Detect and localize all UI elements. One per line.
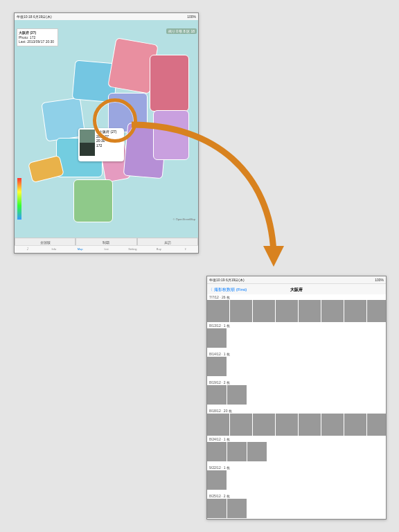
tab-buy[interactable]: Buy (145, 246, 172, 253)
thumbnail-row (207, 414, 386, 436)
photo-thumbnail[interactable] (207, 357, 227, 376)
thumbnail-row (207, 357, 386, 380)
photo-thumbnail[interactable] (207, 414, 229, 436)
svg-marker-0 (263, 246, 284, 267)
photo-list-screen: 午後10:19 6月19日(木) 100% 〈 撮影枚数順 (First) 大阪… (206, 276, 387, 520)
thumbnail-row (207, 470, 386, 493)
date-section: 8/25/12 · 2 枚 (207, 493, 386, 519)
status-bar: 午後10:19 6月19日(木) 100% (207, 276, 386, 284)
date-section: 8/18/12 · 20 枚 (207, 408, 386, 436)
photo-thumbnail[interactable] (227, 442, 247, 461)
photo-thumbnail[interactable] (207, 499, 227, 518)
date-section: 8/14/12 · 1 枚 (207, 351, 386, 380)
thumbnail-row (207, 442, 386, 465)
photo-thumbnail[interactable] (230, 414, 252, 436)
status-time: 午後10:18 6月19日(木) (17, 15, 52, 19)
photo-thumbnail[interactable] (207, 300, 229, 322)
photo-thumbnail[interactable] (276, 414, 298, 436)
photo-thumbnail[interactable] (253, 414, 275, 436)
export-icon[interactable]: ⇪ (172, 246, 198, 253)
date-section: 8/19/12 · 2 枚 (207, 380, 386, 408)
popup-thumbnail (80, 130, 95, 156)
photo-thumbnail[interactable] (207, 385, 227, 405)
photo-thumbnail[interactable] (367, 414, 386, 436)
highlight-circle (93, 98, 137, 143)
prefecture-region[interactable] (73, 179, 113, 222)
section-header: 9/22/12 · 1 枚 (207, 465, 386, 470)
tab-bar: ⤴ Info Map List Setting Buy ⇪ (15, 245, 198, 253)
thumbnail-row (207, 385, 386, 408)
section-header: 8/19/12 · 2 枚 (207, 380, 386, 385)
section-header: 8/13/12 · 1 枚 (207, 323, 386, 328)
photo-thumbnail[interactable] (253, 300, 275, 322)
section-header: 8/25/12 · 2 枚 (207, 493, 386, 499)
photo-thumbnail[interactable] (207, 470, 227, 490)
date-section: 7/7/12 · 26 枚 (207, 294, 386, 323)
region-info-card[interactable]: 大阪府 (27) Photo: 172 Last: 2013/09/17 20:… (17, 28, 58, 46)
section-header: 7/7/12 · 26 枚 (207, 294, 386, 300)
photo-thumbnail[interactable] (207, 442, 227, 461)
tab-map[interactable]: Map (67, 246, 94, 253)
tab-info[interactable]: Info (41, 246, 67, 253)
page-title: 大阪府 (290, 287, 303, 293)
color-scale-legend (17, 178, 21, 220)
remaining-badge: 残り 0 県 8 区 18 (166, 28, 197, 34)
date-section: 9/22/12 · 1 枚 (207, 465, 386, 493)
photo-thumbnail[interactable] (207, 328, 227, 348)
back-button[interactable]: 〈 撮影枚数順 (First) (209, 287, 247, 293)
tab-setting[interactable]: Setting (119, 246, 145, 253)
thumbnail-row (207, 300, 386, 323)
section-header: 8/18/12 · 20 枚 (207, 408, 386, 414)
photo-thumbnail[interactable] (247, 442, 267, 461)
status-time: 午後10:19 6月19日(木) (209, 278, 245, 282)
prefecture-region[interactable] (153, 110, 189, 160)
prefecture-region[interactable] (28, 155, 64, 183)
section-header: 8/24/12 · 1 枚 (207, 436, 386, 442)
status-battery: 100% (375, 278, 384, 282)
date-section: 8/24/12 · 1 枚 (207, 436, 386, 465)
photo-thumbnail[interactable] (227, 499, 247, 518)
photo-thumbnail[interactable] (227, 385, 247, 405)
region-last-date: Last: 2013/09/17 20:30 (19, 39, 56, 44)
back-label: 撮影枚数順 (First) (214, 287, 247, 293)
share-icon[interactable]: ⤴ (15, 246, 41, 253)
photo-thumbnail[interactable] (344, 300, 366, 322)
status-battery: 100% (187, 15, 196, 19)
section-header: 8/14/12 · 1 枚 (207, 351, 386, 357)
photo-thumbnail[interactable] (321, 300, 344, 322)
map-attribution: © OpenStreetMap (173, 218, 195, 221)
tab-list[interactable]: List (94, 246, 120, 253)
photo-thumbnail[interactable] (299, 414, 321, 436)
photo-thumbnail[interactable] (344, 414, 366, 436)
photo-thumbnail[interactable] (367, 300, 386, 322)
thumbnail-row (207, 499, 386, 519)
photo-thumbnail[interactable] (299, 300, 321, 322)
photo-list[interactable]: 7/7/12 · 26 枚8/13/12 · 1 枚8/14/12 · 1 枚8… (207, 294, 386, 519)
photo-thumbnail[interactable] (321, 414, 344, 436)
chevron-left-icon: 〈 (209, 287, 213, 293)
prefecture-region[interactable] (150, 55, 189, 112)
thumbnail-row (207, 328, 386, 351)
date-section: 8/13/12 · 1 枚 (207, 323, 386, 351)
photo-thumbnail[interactable] (230, 300, 252, 322)
popup-count: 172 (96, 143, 123, 148)
photo-thumbnail[interactable] (276, 300, 298, 322)
